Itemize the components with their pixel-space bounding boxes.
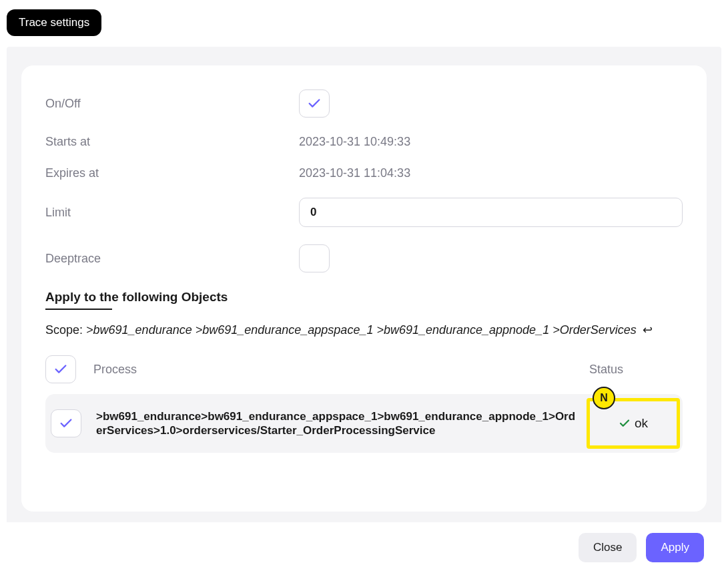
table-header: Process Status xyxy=(45,355,683,394)
check-icon xyxy=(59,416,73,431)
dialog-card: On/Off Starts at 2023-10-31 10:49:33 Exp… xyxy=(21,65,707,512)
header-process: Process xyxy=(93,363,589,377)
status-cell: N ok xyxy=(587,398,680,449)
ok-check-icon xyxy=(619,417,631,429)
objects-table: Process Status >bw691_endurance>bw691_en… xyxy=(45,355,683,453)
status-text: ok xyxy=(635,416,648,431)
row-process-text: >bw691_endurance>bw691_endurance_appspac… xyxy=(96,409,587,438)
label-deeptrace: Deeptrace xyxy=(45,252,299,266)
scope-path: >bw691_endurance >bw691_endurance_appspa… xyxy=(86,323,637,337)
dialog-footer: Close Apply xyxy=(7,522,721,573)
header-status: Status xyxy=(589,363,683,377)
return-icon: ↩ xyxy=(643,323,653,337)
checkbox-deeptrace[interactable] xyxy=(299,244,330,272)
value-starts-at: 2023-10-31 10:49:33 xyxy=(299,135,410,149)
row-starts-at: Starts at 2023-10-31 10:49:33 xyxy=(45,135,683,149)
page-title: Trace settings xyxy=(19,16,89,29)
close-button[interactable]: Close xyxy=(579,533,637,562)
label-expires-at: Expires at xyxy=(45,166,299,180)
check-icon xyxy=(307,96,322,111)
input-limit[interactable] xyxy=(299,198,683,227)
checkbox-select-all[interactable] xyxy=(45,355,76,383)
row-onoff: On/Off xyxy=(45,89,683,118)
row-expires-at: Expires at 2023-10-31 11:04:33 xyxy=(45,166,683,180)
annotation-badge: N xyxy=(593,387,615,409)
dialog-panel: On/Off Starts at 2023-10-31 10:49:33 Exp… xyxy=(7,47,721,573)
table-row: >bw691_endurance>bw691_endurance_appspac… xyxy=(45,394,683,453)
label-onoff: On/Off xyxy=(45,97,299,111)
objects-heading: Apply to the following Objects xyxy=(45,290,683,305)
label-starts-at: Starts at xyxy=(45,135,299,149)
checkbox-row[interactable] xyxy=(51,409,81,437)
apply-button[interactable]: Apply xyxy=(646,533,704,562)
label-limit: Limit xyxy=(45,206,299,220)
row-limit: Limit xyxy=(45,198,683,227)
checkbox-onoff[interactable] xyxy=(299,89,330,118)
objects-divider xyxy=(45,309,112,310)
scope-line: Scope: >bw691_endurance >bw691_endurance… xyxy=(45,319,683,341)
scope-prefix: Scope: xyxy=(45,323,86,337)
page-title-pill: Trace settings xyxy=(7,9,101,36)
row-deeptrace: Deeptrace xyxy=(45,244,683,272)
value-expires-at: 2023-10-31 11:04:33 xyxy=(299,166,410,180)
check-icon xyxy=(53,362,68,377)
